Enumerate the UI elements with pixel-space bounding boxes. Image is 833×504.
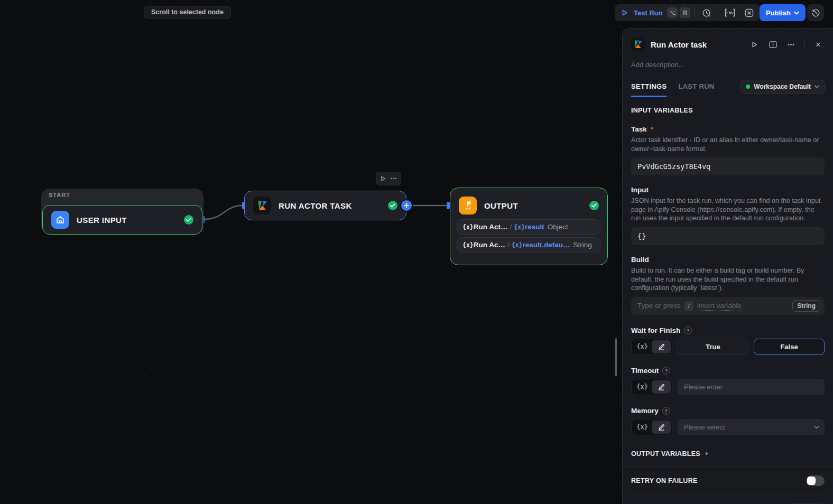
variable-source: Run Ac… xyxy=(474,241,505,249)
node-user-input[interactable]: USER INPUT xyxy=(42,205,202,235)
toggle-knob xyxy=(807,477,816,485)
tab-last-run[interactable]: LAST RUN xyxy=(678,76,714,97)
pencil-icon xyxy=(658,343,665,350)
start-group-label: START xyxy=(49,192,70,198)
description-placeholder[interactable]: Add description... xyxy=(623,51,833,69)
flag-icon xyxy=(459,197,477,214)
help-icon[interactable]: ? xyxy=(684,326,692,334)
fx-icon: {x} xyxy=(462,223,474,231)
panel-title: Run Actor task xyxy=(651,40,742,49)
section-divider xyxy=(631,494,825,495)
help-icon[interactable]: ? xyxy=(662,407,670,415)
fx-icon: {x} xyxy=(462,241,474,249)
input-variables-header: INPUT VARIABLES xyxy=(631,107,825,114)
build-input[interactable]: Type or press / insert variable String xyxy=(631,297,825,315)
input-mode-toggle: {x} xyxy=(631,379,672,395)
help-icon[interactable]: ? xyxy=(662,367,670,375)
node-title: USER INPUT xyxy=(77,216,177,225)
required-asterisk: * xyxy=(651,125,653,133)
variable-type: Object xyxy=(548,223,568,231)
panel-resize-handle[interactable] xyxy=(615,338,617,376)
test-run-toolbar: Test Run ⌥ R xyxy=(615,4,732,21)
chevron-down-icon xyxy=(815,85,819,88)
svg-text:ENV: ENV xyxy=(726,11,734,15)
output-variables-header[interactable]: OUTPUT VARIABLES xyxy=(631,450,700,458)
fx-icon: {x} xyxy=(512,241,523,249)
memory-select[interactable]: Please select xyxy=(678,419,825,435)
json-input[interactable] xyxy=(631,227,825,245)
insert-variable-link[interactable]: insert variable xyxy=(697,302,789,310)
history-icon xyxy=(811,8,820,17)
node-settings-panel: Run Actor task ••• ✕ Add description... … xyxy=(622,28,833,504)
path-separator: / xyxy=(507,241,510,249)
variable-mode-button[interactable]: {x} xyxy=(633,340,652,353)
fx-icon: {x} xyxy=(514,223,525,231)
node-title: OUTPUT xyxy=(484,201,582,210)
node-toolbar: ••• xyxy=(376,172,401,185)
pencil-icon xyxy=(658,384,665,390)
section-divider xyxy=(623,466,833,467)
caret-right-icon xyxy=(705,451,709,456)
publish-button[interactable]: Publish xyxy=(760,4,806,21)
panel-play-button[interactable] xyxy=(748,38,761,51)
task-input[interactable] xyxy=(631,157,825,175)
task-label: Task xyxy=(631,125,647,133)
variable-mode-button[interactable]: {x} xyxy=(633,380,652,394)
timeout-label: Timeout xyxy=(631,367,659,375)
variable-type: String xyxy=(573,241,592,249)
add-node-button[interactable]: + xyxy=(400,199,413,212)
edit-mode-button[interactable] xyxy=(652,340,671,353)
task-description: Actor task identifier - ID or an alias i… xyxy=(631,136,825,153)
pencil-icon xyxy=(658,424,665,431)
env-variables-icon[interactable]: ENV xyxy=(723,6,737,20)
test-run-play-icon[interactable] xyxy=(618,6,632,20)
wait-for-finish-label: Wait for Finish xyxy=(631,326,680,334)
tab-settings[interactable]: SETTINGS xyxy=(631,76,667,97)
split-view-icon[interactable] xyxy=(766,38,779,51)
variable-name: result xyxy=(525,223,544,231)
chevron-down-icon xyxy=(794,11,799,15)
node-output[interactable]: OUTPUT {x} Run Act… / {x} result Object … xyxy=(450,188,608,265)
slash-key-badge: / xyxy=(684,301,693,311)
env-toolbar: ENV xyxy=(719,4,760,21)
output-variable-row[interactable]: {x} Run Act… / {x} result Object xyxy=(457,219,600,235)
false-button[interactable]: False xyxy=(754,339,825,355)
node-play-icon[interactable] xyxy=(380,175,386,182)
variable-name: result.defau… xyxy=(523,241,570,249)
build-label: Build xyxy=(631,256,649,264)
variable-mode-button[interactable]: {x} xyxy=(633,421,652,434)
apify-logo-icon xyxy=(631,38,645,51)
apify-logo-icon xyxy=(253,197,271,214)
shortcut-option-key: ⌥ xyxy=(667,7,678,18)
test-run-button[interactable]: Test Run xyxy=(634,9,663,17)
retry-toggle[interactable] xyxy=(806,475,825,486)
close-icon[interactable]: ✕ xyxy=(812,38,825,51)
input-label: Input xyxy=(631,186,649,194)
input-mode-toggle: {x} xyxy=(631,419,672,435)
path-separator: / xyxy=(510,223,512,231)
output-variable-row[interactable]: {x} Run Ac… / {x} result.defau… String xyxy=(457,237,600,253)
true-button[interactable]: True xyxy=(678,339,748,355)
scroll-to-selected-node-button[interactable]: Scroll to selected node xyxy=(144,6,231,18)
home-icon xyxy=(51,211,69,229)
input-description: JSON input for the task run, which you c… xyxy=(631,197,825,223)
chevron-down-icon xyxy=(814,425,819,429)
node-run-actor-task[interactable]: RUN ACTOR TASK xyxy=(244,191,406,220)
timeout-input[interactable] xyxy=(678,379,825,395)
version-history-button[interactable] xyxy=(807,4,824,21)
success-check-icon xyxy=(184,215,193,225)
variable-x-icon[interactable] xyxy=(742,6,756,20)
success-check-icon xyxy=(589,201,599,210)
retry-on-failure-label: RETRY ON FAILURE xyxy=(631,477,698,484)
node-more-icon[interactable]: ••• xyxy=(391,176,397,181)
header-divider xyxy=(804,41,805,49)
run-history-icon[interactable] xyxy=(699,6,713,20)
edit-mode-button[interactable] xyxy=(652,380,671,394)
variable-source: Run Act… xyxy=(474,223,508,231)
panel-more-button[interactable]: ••• xyxy=(785,38,798,51)
string-type-badge: String xyxy=(792,300,820,312)
edit-mode-button[interactable] xyxy=(652,421,671,434)
workspace-status-dot xyxy=(746,85,750,89)
workspace-selector[interactable]: Workspace Default xyxy=(741,80,825,94)
memory-label: Memory xyxy=(631,407,659,415)
